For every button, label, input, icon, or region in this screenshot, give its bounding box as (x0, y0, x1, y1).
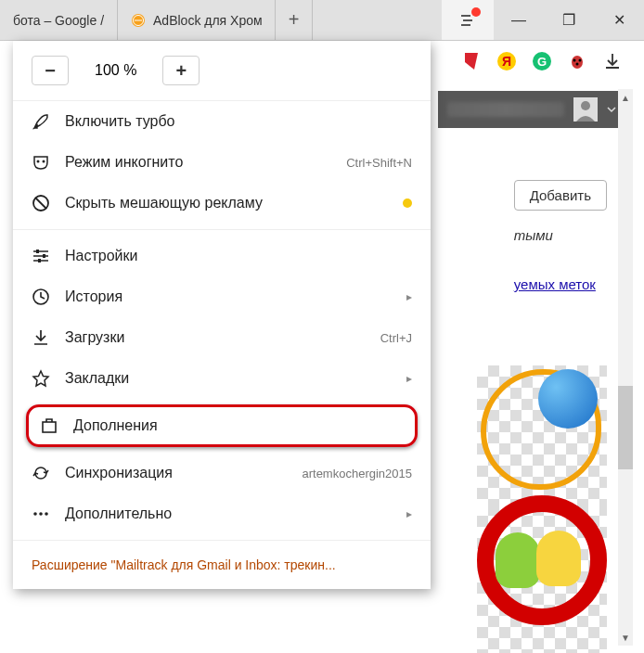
menu-sync[interactable]: Синхронизация artemkochergin2015 (13, 453, 431, 493)
tab-adblock[interactable]: AdBlock для Хром (118, 0, 276, 40)
svg-point-11 (573, 59, 576, 62)
zoom-out-button[interactable]: − (32, 56, 69, 85)
minimize-icon: — (511, 12, 526, 29)
box-icon (40, 416, 58, 435)
menu-settings[interactable]: Настройки (13, 236, 431, 276)
browser-menu-button[interactable] (442, 0, 494, 40)
notification-dot-icon (471, 7, 481, 17)
svg-point-13 (576, 63, 579, 66)
svg-rect-23 (43, 254, 45, 258)
link-fragment[interactable]: уемых меток (514, 276, 607, 292)
download-icon (32, 328, 50, 347)
keyboard-shortcut: Ctrl+J (380, 331, 412, 345)
more-icon (32, 505, 50, 523)
zoom-controls: − 100 % + (13, 41, 431, 101)
extension-icon-yandex[interactable]: Я (496, 50, 518, 72)
svg-point-12 (579, 59, 582, 62)
svg-text:G: G (537, 55, 547, 69)
extension-icon-grammarly[interactable]: G (531, 50, 553, 72)
status-dot-icon (403, 198, 412, 208)
svg-line-19 (35, 198, 46, 209)
keyboard-shortcut: Ctrl+Shift+N (346, 156, 412, 170)
svg-rect-25 (38, 259, 41, 262)
zoom-in-button[interactable]: + (162, 56, 200, 85)
new-tab-button[interactable]: + (276, 0, 313, 40)
user-account-bar[interactable] (438, 91, 624, 128)
maximize-button[interactable]: ❐ (544, 0, 594, 40)
star-icon (32, 369, 50, 388)
maximize-icon: ❐ (562, 11, 575, 29)
chevron-right-icon: ▸ (406, 372, 412, 385)
menu-addons[interactable]: Дополнения (26, 404, 418, 447)
menu-label: Синхронизация (65, 465, 287, 481)
menu-label: История (65, 288, 392, 305)
titlebar: бота – Google / AdBlock для Хром + — ❐ ✕ (0, 0, 644, 41)
menu-label: Скрыть мешающую рекламу (65, 195, 388, 211)
tab-label: AdBlock для Хром (153, 13, 263, 28)
menu-downloads[interactable]: Загрузки Ctrl+J (13, 317, 431, 358)
menu-label: Закладки (65, 370, 392, 387)
clock-icon (32, 288, 50, 306)
page-images (477, 365, 607, 653)
plus-icon: + (289, 9, 300, 31)
text-fragment: тыми (514, 227, 607, 243)
svg-point-29 (39, 512, 43, 516)
extension-icon-1[interactable] (460, 50, 483, 72)
menu-label: Загрузки (65, 329, 366, 346)
menu-label: Режим инкогнито (65, 154, 331, 171)
sync-account-label: artemkochergin2015 (302, 467, 412, 480)
menu-hide-ads[interactable]: Скрыть мешающую рекламу (13, 183, 431, 224)
menu-history[interactable]: История ▸ (13, 276, 431, 317)
block-icon (32, 194, 50, 212)
plus-icon: + (176, 60, 187, 82)
rocket-icon (32, 112, 50, 131)
menu-turbo[interactable]: Включить турбо (13, 101, 431, 142)
svg-rect-21 (36, 250, 39, 253)
menu-notification[interactable]: Расширение "Mailtrack для Gmail и Inbox:… (13, 546, 431, 578)
separator (13, 229, 431, 230)
chevron-right-icon: ▸ (406, 290, 412, 303)
user-avatar-icon (573, 97, 598, 122)
scroll-down-button[interactable]: ▼ (618, 629, 633, 646)
menu-more[interactable]: Дополнительно ▸ (13, 493, 431, 534)
scroll-up-button[interactable]: ▲ (618, 89, 633, 106)
svg-point-28 (33, 512, 37, 516)
separator (13, 540, 431, 541)
sync-icon (32, 464, 50, 482)
extension-icon-bug[interactable] (566, 50, 588, 72)
menu-label: Дополнения (73, 417, 404, 434)
menu-bookmarks[interactable]: Закладки ▸ (13, 358, 431, 399)
svg-point-17 (43, 160, 45, 163)
close-button[interactable]: ✕ (594, 0, 644, 40)
add-button[interactable]: Добавить (514, 180, 607, 211)
minimize-button[interactable]: — (494, 0, 544, 40)
svg-rect-27 (43, 422, 56, 432)
transparent-image-1 (477, 365, 607, 505)
transparent-image-2 (477, 505, 607, 653)
download-button[interactable] (601, 50, 624, 72)
svg-text:Я: Я (502, 54, 511, 69)
tab-google[interactable]: бота – Google / (0, 0, 118, 40)
menu-label: Настройки (65, 248, 412, 264)
extension-toolbar: Я G (460, 50, 624, 72)
svg-point-30 (45, 512, 48, 516)
svg-point-16 (37, 160, 40, 163)
page-content-fragment: Добавить тыми уемых меток (514, 180, 607, 292)
content-area: Я G Добавить тыми уемых меток ▲ ▼ − (0, 41, 644, 653)
zoom-value: 100 % (76, 62, 155, 79)
close-icon: ✕ (613, 11, 625, 29)
adblock-favicon-icon (131, 13, 146, 28)
menu-label: Дополнительно (65, 506, 392, 522)
sliders-icon (32, 247, 50, 265)
menu-incognito[interactable]: Режим инкогнито Ctrl+Shift+N (13, 142, 431, 183)
username-blurred (447, 102, 564, 117)
mask-icon (32, 153, 50, 172)
svg-point-10 (572, 56, 583, 69)
chevron-down-icon (607, 105, 616, 114)
vertical-scrollbar[interactable]: ▲ ▼ (618, 89, 633, 646)
scroll-thumb[interactable] (618, 386, 633, 469)
svg-point-15 (581, 101, 590, 110)
browser-dropdown-menu: − 100 % + Включить турбо Режим инкогнито… (13, 41, 431, 589)
tab-label: бота – Google / (13, 13, 104, 28)
minus-icon: − (45, 60, 56, 82)
